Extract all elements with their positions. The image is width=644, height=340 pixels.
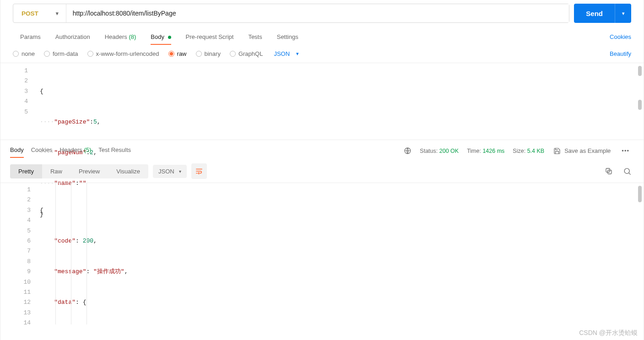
body-type-form-data[interactable]: form-data <box>44 50 78 57</box>
resp-tab-body[interactable]: Body <box>10 145 24 157</box>
tab-body-label: Body <box>151 33 164 40</box>
http-method-select[interactable]: POST ▾ <box>13 4 66 22</box>
tab-settings[interactable]: Settings <box>270 29 306 44</box>
body-type-graphql[interactable]: GraphQL <box>230 50 263 57</box>
method-url-bar: POST ▾ <box>13 4 569 23</box>
modified-dot-icon <box>168 36 171 39</box>
tab-body[interactable]: Body <box>143 29 178 44</box>
raw-type-dropdown[interactable]: JSON ▾ <box>274 50 299 57</box>
cookies-link[interactable]: Cookies <box>610 33 631 40</box>
body-type-raw[interactable]: raw <box>168 50 187 57</box>
http-method-value: POST <box>22 10 38 17</box>
chevron-down-icon: ▾ <box>622 11 625 16</box>
resp-tab-headers[interactable]: Headers (5) <box>60 145 92 157</box>
send-button[interactable]: Send <box>574 4 615 23</box>
tab-prerequest[interactable]: Pre-request Script <box>179 29 241 44</box>
line-gutter: 12345 <box>0 63 37 140</box>
body-type-binary[interactable]: binary <box>196 50 221 57</box>
chevron-down-icon: ▾ <box>56 11 59 16</box>
code-area[interactable]: { "code": 200, "message": "操作成功", "data"… <box>37 183 644 324</box>
body-type-row: none form-data x-www-form-urlencoded raw… <box>0 46 644 63</box>
tab-headers[interactable]: Headers (8) <box>97 29 144 44</box>
response-body-editor[interactable]: 1234567891011121314 { "code": 200, "mess… <box>0 183 644 324</box>
url-input[interactable] <box>66 4 569 22</box>
scrollbar-thumb[interactable] <box>638 66 642 76</box>
code-area[interactable]: { ····"pageSize":5, ····"pageNum":2, ···… <box>37 63 644 140</box>
tab-params[interactable]: Params <box>13 29 48 44</box>
tab-authorization[interactable]: Authorization <box>48 29 97 44</box>
scrollbar-thumb[interactable] <box>638 100 642 110</box>
request-body-editor[interactable]: 12345 { ····"pageSize":5, ····"pageNum":… <box>0 63 644 140</box>
request-tabs: Params Authorization Headers (8) Body Pr… <box>0 27 644 46</box>
watermark: CSDN @开水烫蛤蟆 <box>579 329 638 337</box>
body-type-none[interactable]: none <box>13 50 35 57</box>
scrollbar-thumb[interactable] <box>638 186 642 202</box>
resp-tab-test-results[interactable]: Test Results <box>98 145 131 157</box>
line-gutter: 1234567891011121314 <box>0 183 37 324</box>
beautify-link[interactable]: Beautify <box>610 50 631 57</box>
body-type-xwww[interactable]: x-www-form-urlencoded <box>87 50 159 57</box>
chevron-down-icon: ▾ <box>296 51 299 57</box>
tab-headers-label: Headers <box>105 33 127 40</box>
resp-tab-cookies[interactable]: Cookies <box>31 145 53 157</box>
send-menu-button[interactable]: ▾ <box>615 4 631 23</box>
tab-tests[interactable]: Tests <box>241 29 269 44</box>
view-pretty[interactable]: Pretty <box>10 164 42 178</box>
headers-count: (8) <box>129 33 136 40</box>
